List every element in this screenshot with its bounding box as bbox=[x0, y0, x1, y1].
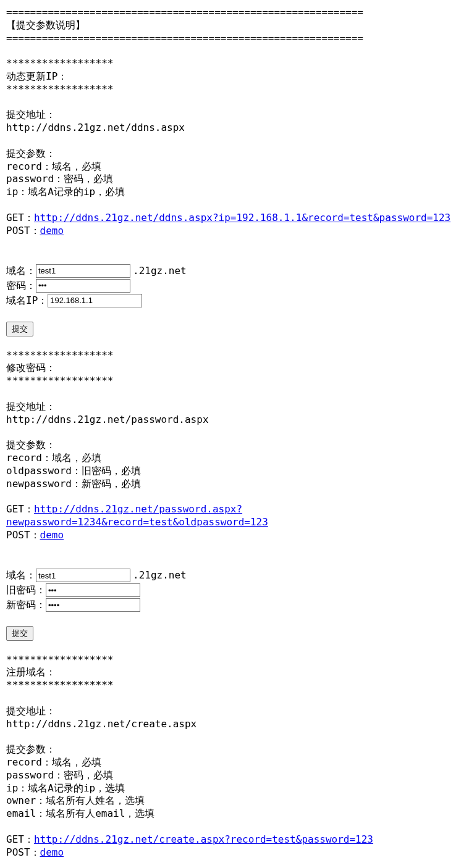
header-divider-bottom: ========================================… bbox=[6, 32, 463, 45]
section3-post-link[interactable]: demo bbox=[40, 846, 64, 858]
domain-suffix: .21gz.net bbox=[133, 265, 187, 278]
section1-param-2: ip：域名A记录的ip，必填 bbox=[6, 186, 463, 199]
section3-param-4: email：域名所有人email，选填 bbox=[6, 807, 463, 820]
section3-param-1: password：密码，必填 bbox=[6, 769, 463, 782]
submit-params-label: 提交参数： bbox=[6, 148, 463, 161]
section2-url: http://ddns.21gz.net/password.aspx bbox=[6, 414, 463, 427]
s2-submit-button[interactable]: 提交 bbox=[6, 626, 33, 641]
s1-ip-input[interactable] bbox=[48, 294, 142, 307]
page-title: 【提交参数说明】 bbox=[6, 19, 463, 32]
stars: ****************** bbox=[6, 57, 463, 70]
section3-title: 注册域名： bbox=[6, 666, 463, 679]
section3-post-line: POST：demo bbox=[6, 846, 463, 859]
s1-domain-input[interactable] bbox=[36, 264, 130, 278]
s2-domain-label: 域名： bbox=[6, 569, 36, 582]
section3-get-line: GET：http://ddns.21gz.net/create.aspx?rec… bbox=[6, 833, 463, 846]
stars: ****************** bbox=[6, 679, 463, 692]
stars: ****************** bbox=[6, 349, 463, 362]
section2-post-link[interactable]: demo bbox=[40, 529, 64, 541]
s1-submit-button[interactable]: 提交 bbox=[6, 322, 33, 336]
s2-newpw-input[interactable] bbox=[46, 598, 140, 612]
submit-url-label: 提交地址： bbox=[6, 109, 463, 122]
stars: ****************** bbox=[6, 83, 463, 96]
section3-param-0: record：域名，必填 bbox=[6, 756, 463, 769]
s2-oldpw-input[interactable] bbox=[46, 583, 140, 597]
submit-url-label: 提交地址： bbox=[6, 705, 463, 718]
section1-post-line: POST：demo bbox=[6, 225, 463, 238]
submit-params-label: 提交参数： bbox=[6, 439, 463, 452]
section1-param-0: record：域名，必填 bbox=[6, 161, 463, 173]
s2-newpw-label: 新密码： bbox=[6, 599, 46, 612]
s2-oldpw-label: 旧密码： bbox=[6, 584, 46, 597]
section2-get-line: GET：http://ddns.21gz.net/password.aspx?n… bbox=[6, 503, 463, 529]
section1-url: http://ddns.21gz.net/ddns.aspx bbox=[6, 122, 463, 135]
submit-params-label: 提交参数： bbox=[6, 743, 463, 756]
section3-param-3: owner：域名所有人姓名，选填 bbox=[6, 795, 463, 807]
section1-title: 动态更新IP： bbox=[6, 70, 463, 83]
header-divider-top: ========================================… bbox=[6, 6, 463, 19]
section3-get-link[interactable]: http://ddns.21gz.net/create.aspx?record=… bbox=[34, 833, 373, 845]
s1-ip-label: 域名IP： bbox=[6, 294, 48, 307]
s2-domain-input[interactable] bbox=[36, 569, 130, 582]
section2-param-1: oldpassword：旧密码，必填 bbox=[6, 465, 463, 478]
stars: ****************** bbox=[6, 654, 463, 667]
section1-param-1: password：密码，必填 bbox=[6, 173, 463, 186]
section1-get-link[interactable]: http://ddns.21gz.net/ddns.aspx?ip=192.16… bbox=[34, 212, 450, 223]
section2-title: 修改密码： bbox=[6, 362, 463, 375]
stars: ****************** bbox=[6, 375, 463, 388]
domain-suffix: .21gz.net bbox=[133, 569, 187, 582]
section2-get-link[interactable]: http://ddns.21gz.net/password.aspx?newpa… bbox=[6, 503, 268, 528]
section2-post-line: POST：demo bbox=[6, 529, 463, 542]
submit-url-label: 提交地址： bbox=[6, 401, 463, 414]
section2-param-0: record：域名，必填 bbox=[6, 452, 463, 465]
s1-password-label: 密码： bbox=[6, 280, 36, 293]
section3-param-2: ip：域名A记录的ip，选填 bbox=[6, 782, 463, 795]
section2-param-2: newpassword：新密码，必填 bbox=[6, 478, 463, 491]
section1-post-link[interactable]: demo bbox=[40, 225, 64, 236]
section3-url: http://ddns.21gz.net/create.aspx bbox=[6, 718, 463, 731]
s1-password-input[interactable] bbox=[36, 279, 130, 293]
section1-get-line: GET：http://ddns.21gz.net/ddns.aspx?ip=19… bbox=[6, 212, 463, 225]
s1-domain-label: 域名： bbox=[6, 265, 36, 278]
